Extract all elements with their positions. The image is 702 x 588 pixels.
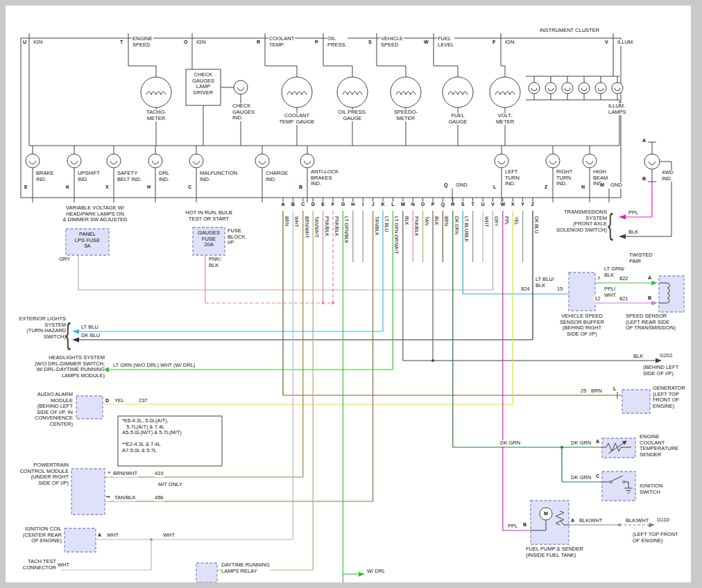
generator-label: GENERATOR (LEFT TOP FRONT OF ENGINE) [652,386,686,409]
connector-pin-Z: Z [531,202,535,208]
gen-pin-l: L [613,386,617,392]
fuel-pump-label: FUEL PUMP & SENDER (INSIDE FUEL TANK) [525,546,584,558]
wire-label-D: TAN/WHT [314,216,319,237]
mt-only-note: M/T ONLY [157,482,183,488]
pcm-wire-brnwht: BRN/WHT [112,471,138,477]
4wd-pin-b: B [642,176,647,182]
wire-label-M: BLK [404,216,409,225]
sensor-pin-a: A [647,275,652,282]
pin-z: Z [544,184,548,191]
gauges-fuse-label: GAUGES FUSE 20A [197,230,221,248]
sensor-pin-b: B [647,295,652,302]
oil-gauge-label: OIL PRESS. GAUGE [337,110,367,121]
illum-lamps-label: ILLUM. LAMPS [608,103,626,115]
engine-applicability-note: *E6-4.3L, 5.0L(A/T), 5.7L(A/T) & 7.4L A5… [121,418,182,454]
pin-m: M [599,182,605,189]
ignition-switch-box [602,472,635,501]
vss-wire-ltblublk: LT BLU/ BLK [535,277,555,288]
audio-alarm-module-box [76,396,103,419]
pin-b: B [298,184,303,191]
pcm-star1: * [108,471,111,477]
gnd-left-label: GND [455,182,468,189]
diagram-title: INSTRUMENT CLUSTER [539,28,600,34]
connector-pin-V: V [490,202,495,208]
pcm-circuit-456: 456 [154,495,164,501]
4wd-ind-label: 4WD IND. [661,170,674,182]
wire-label-J: TAN/BLK [374,216,379,236]
frame-left [0,0,6,588]
connector-pin-O: O [420,202,425,208]
terminal-letter-o: O [183,40,188,46]
buffer-wire-pplwht: PPL/ WHT [603,286,617,298]
right-turn-ind-label: RIGHT TURN IND. [556,169,573,187]
connector-pin-K: K [380,202,385,208]
wire-label-C: BRN/WHT [304,216,309,239]
ect-sender-label: ENGINE COOLANT TEMPERATURE SENDER [639,434,679,458]
vss-circuit-824: 824 [520,286,531,293]
terminal-letter-p: P [314,40,319,46]
fuel-pin-b: B [522,522,527,528]
wire-label-Q: BRN [443,216,449,226]
connector-pin-U: U [480,202,485,208]
audio-alarm-label: AUDIO ALARM MODULE (BEHIND LEFT SIDE OF … [8,392,74,428]
switch-wire-dkgrn: DK GRN [570,475,592,481]
connector-pin-P: P [431,202,436,208]
exterior-brace: { [65,320,71,349]
terminal-letter-u: U [22,40,27,46]
g110-label: G110 [656,517,670,524]
connector-pin-Y: Y [520,202,525,208]
pnkblk-wire-label: PNK/ BLK [208,257,222,268]
ect-sender-box [602,438,635,458]
pcm-star2: ** [105,495,110,501]
twisted-pair-label: TWISTED PAIR [628,252,653,264]
wire-label-O: TAN [424,216,429,225]
connector-pin-H: H [350,202,355,208]
connector-pin-F: F [331,202,335,208]
switch-pin-c: C [595,474,600,480]
ignition-coil-label: IGNITION COIL (CENTER REAR OF ENGINE) [8,526,62,544]
wire-label-N: PNK/BLK [413,216,419,236]
tach-wire-wht: WHT [57,562,70,569]
trans-wire-blk: BLK [628,230,639,236]
fuel-wire-blkwht2: BLK/WHT [625,518,649,524]
terminal-letter-f: F [492,40,496,46]
upshift-ind-label: UPSHIFT IND. [77,171,101,182]
connector-pin-G: G [341,202,345,208]
pin-c: C [187,184,192,191]
panel-lps-fuse-label: PANEL LPS FUSE 5A [74,232,101,250]
pcm-box [71,469,105,514]
wire-label-S: LT BLU/BLK [463,216,469,242]
tachometer-label: TACHO- METER [146,110,166,121]
gen-circuit-25: 25 [580,388,587,395]
buffer-circuit-821: 821 [619,296,629,302]
ignition-switch-label: IGNITION SWITCH [639,483,663,495]
terminal-label-fuel-level: FUEL LEVEL [437,36,454,48]
gnd-right-label: GND [610,182,623,189]
wire-label-U: WHT [483,216,489,227]
fuel-wire-ppl: PPL [507,524,518,530]
wire-label-V: GRY [493,216,499,227]
wire-label-P: BLK [434,216,439,225]
connector-pin-E: E [320,202,325,208]
connector-pin-D: D [311,202,316,208]
speed-sensor-box [659,276,684,312]
terminal-label-illum: ILLUM. [617,40,635,46]
g110-location: (LEFT TOP FRONT OF ENGINE) [632,532,679,544]
connector-pin-C: C [300,202,305,208]
fuel-gauge-label: FUEL GAUGE [447,113,468,125]
drl-ind-label: DRL IND. [158,171,170,182]
dkblu-wire-label: DK BLU [80,333,101,339]
pcm-wire-tanblk: TAN/BLK [114,495,137,501]
wire-label-R: DK GRN [454,216,459,234]
connector-pin-R: R [450,202,455,208]
terminal-label-ign2: IGN [196,40,206,46]
fuel-wire-blkwht1: BLK/WHT [579,518,603,524]
wire-label-E: PNK/BLK [324,216,329,236]
pin-e: E [24,184,28,191]
brake-ind-label: BRAKE IND. [35,171,54,182]
frame-right [691,0,702,588]
abs-ind-label: ANTI-LOCK BRAKES IND. [310,169,339,187]
terminal-letter-w: W [423,40,429,46]
drl-relay-label: DAYTIME RUNNING LAMPS RELAY [221,562,271,574]
connector-pin-L: L [391,202,395,208]
